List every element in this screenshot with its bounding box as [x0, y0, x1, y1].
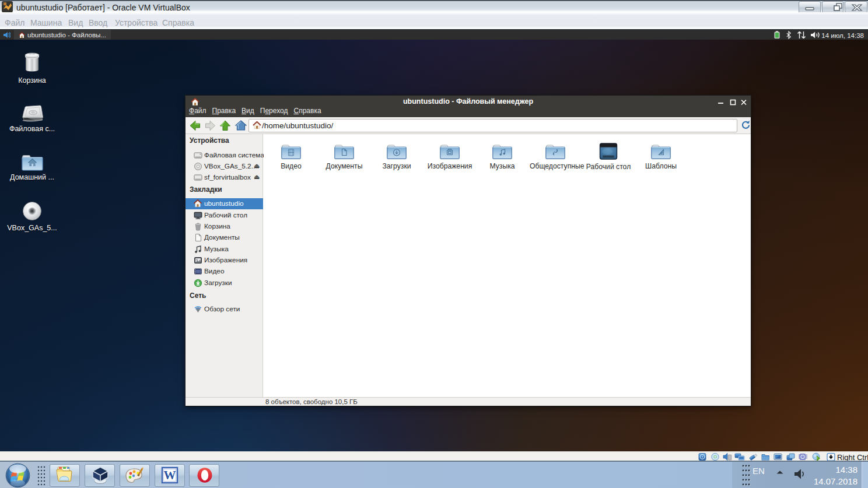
svg-text:W: W — [164, 468, 176, 482]
